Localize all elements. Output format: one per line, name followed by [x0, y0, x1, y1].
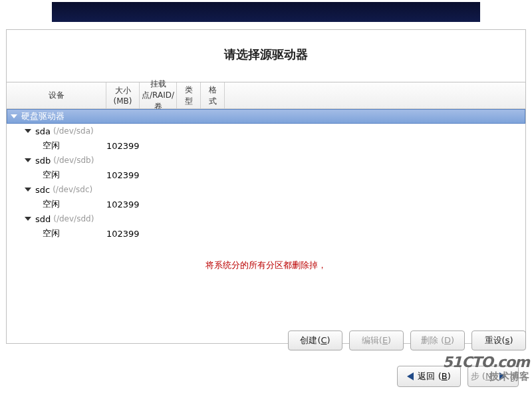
create-button[interactable]: 创建(C) — [288, 331, 342, 350]
table-header: 设备 大小(MB) 挂载点/RAID/卷 类型 格式 — [7, 82, 525, 109]
action-buttons: 创建(C) 编辑(E) 删除 (D) 重设(s) — [288, 331, 526, 350]
navigation-buttons: 返回 (B) 步 (N) g — [0, 366, 532, 387]
page-title: 请选择源驱动器 — [7, 30, 525, 82]
expand-icon[interactable] — [11, 114, 17, 118]
disk-name: sdb — [35, 156, 51, 166]
partition-size: 102399 — [106, 141, 144, 151]
partition-size: 102399 — [106, 229, 144, 239]
partition-row[interactable]: 空闲 102399 — [7, 168, 525, 182]
disk-name: sdd — [35, 214, 51, 224]
disk-name: sdc — [35, 185, 50, 195]
partition-size: 102399 — [106, 200, 144, 209]
partition-row[interactable]: 空闲 102399 — [7, 138, 525, 153]
disk-name: sda — [35, 126, 51, 136]
free-label: 空闲 — [43, 169, 60, 181]
expand-icon[interactable] — [25, 188, 31, 192]
edit-button[interactable]: 编辑(E) — [349, 331, 404, 350]
top-banner — [52, 2, 480, 22]
delete-button[interactable]: 删除 (D) — [410, 331, 465, 350]
tree-root-label: 硬盘驱动器 — [21, 110, 65, 122]
partition-row[interactable]: 空闲 102399 — [7, 197, 525, 211]
free-label: 空闲 — [43, 198, 60, 210]
arrow-left-icon — [407, 372, 414, 380]
partition-table: 设备 大小(MB) 挂载点/RAID/卷 类型 格式 硬盘驱动器 sda (/d… — [7, 82, 525, 343]
col-mount[interactable]: 挂载点/RAID/卷 — [140, 82, 177, 108]
expand-icon[interactable] — [25, 217, 31, 221]
reset-button[interactable]: 重设(s) — [471, 331, 526, 350]
arrow-right-icon — [499, 372, 506, 380]
tree-root-row[interactable]: 硬盘驱动器 — [7, 109, 525, 124]
free-label: 空闲 — [43, 140, 60, 152]
disk-row[interactable]: sdc (/dev/sdc) — [7, 182, 525, 197]
table-body: 硬盘驱动器 sda (/dev/sda) 空闲 102399 sdb (/dev… — [7, 109, 525, 343]
back-button[interactable]: 返回 (B) — [397, 366, 460, 387]
disk-path: (/dev/sdd) — [53, 214, 94, 223]
disk-path: (/dev/sdb) — [53, 156, 94, 165]
partition-size: 102399 — [106, 170, 144, 180]
disk-row[interactable]: sda (/dev/sda) — [7, 124, 525, 138]
disk-path: (/dev/sdc) — [53, 185, 92, 194]
col-format[interactable]: 格式 — [201, 82, 225, 108]
col-size[interactable]: 大小(MB) — [106, 82, 140, 108]
col-device[interactable]: 设备 — [7, 82, 106, 108]
col-type[interactable]: 类型 — [177, 82, 201, 108]
main-panel: 请选择源驱动器 设备 大小(MB) 挂载点/RAID/卷 类型 格式 硬盘驱动器… — [6, 29, 526, 344]
free-label: 空闲 — [43, 227, 60, 239]
disk-path: (/dev/sda) — [53, 126, 94, 136]
next-button[interactable]: 步 (N) g — [467, 366, 519, 387]
warning-message: 将系统分的所有分区都删除掉， — [7, 259, 525, 271]
disk-row[interactable]: sdd (/dev/sdd) — [7, 211, 525, 226]
expand-icon[interactable] — [25, 158, 31, 162]
expand-icon[interactable] — [25, 129, 31, 133]
disk-row[interactable]: sdb (/dev/sdb) — [7, 153, 525, 168]
partition-row[interactable]: 空闲 102399 — [7, 226, 525, 241]
